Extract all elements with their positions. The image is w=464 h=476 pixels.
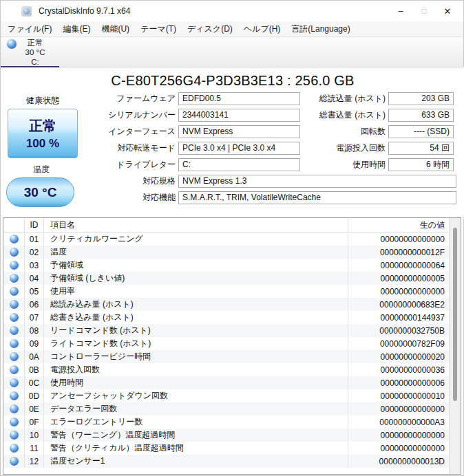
menu-item[interactable]: 編集(E) [57, 23, 96, 35]
maximize-icon[interactable]: □ [412, 1, 436, 21]
attribute-id: 0E [25, 402, 44, 415]
smart-table-row[interactable]: 0B 電源投入回数 00000000000036 [3, 363, 449, 376]
field-value: NVM Express [178, 125, 300, 138]
attribute-raw-value: 0000000000012F [348, 246, 449, 259]
menu-item[interactable]: 機能(U) [96, 23, 135, 35]
smart-table-row[interactable]: 04 予備領域 (しきい値) 00000000000005 [3, 272, 449, 285]
header-name: 項目名 [44, 218, 348, 232]
status-orb-icon [10, 418, 19, 426]
status-orb-icon [10, 326, 19, 335]
health-percent-value: 100 % [26, 137, 59, 151]
attribute-raw-value: 0000000032750B [348, 324, 449, 337]
attribute-id: 09 [25, 337, 44, 350]
temperature-value: 30 °C [24, 185, 57, 200]
menu-item[interactable]: ディスク(D) [182, 23, 238, 35]
attribute-name: エラーログエントリー数 [44, 415, 348, 429]
attribute-name: アンセーフシャットダウン回数 [44, 389, 348, 402]
field-value: 633 GB [388, 109, 454, 122]
status-orb-icon [10, 365, 19, 374]
smart-table-row[interactable]: 06 総読み込み量 (ホスト) 000000000683E2 [3, 298, 449, 311]
field-value: NVM Express 1.3 [178, 175, 456, 188]
field-label: 対応機能 [83, 192, 176, 204]
health-status-button[interactable]: 正常 100 % [8, 109, 78, 158]
attribute-name: コントローラービジー時間 [44, 350, 348, 363]
smart-table-row[interactable]: 05 使用率 00000000000000 [3, 285, 449, 298]
table-scrollbar[interactable] [449, 218, 461, 474]
header-id: ID [25, 218, 44, 232]
field-label: 使用時間 [304, 159, 386, 171]
smart-table-row[interactable]: 11 警告（クリティカル）温度超過時間 00000000000000 [3, 442, 449, 455]
smart-table-row[interactable]: 10 警告（ワーニング）温度超過時間 00000000000000 [3, 429, 449, 442]
field-value: C: [178, 158, 300, 171]
temperature-label: 温度 [8, 164, 75, 175]
temperature-button[interactable]: 30 °C [6, 177, 74, 207]
smart-table-row[interactable]: 08 リードコマンド数 (ホスト) 0000000032750B [3, 324, 449, 337]
info-field-row: 回転数 ---- (SSD) [304, 123, 454, 140]
smart-table-row[interactable]: 09 ライトコマンド数 (ホスト) 00000000782F09 [3, 337, 449, 350]
status-orb-icon [10, 444, 19, 453]
health-status-label: 健康状態 [8, 95, 78, 107]
field-value: 6 時間 [388, 158, 454, 171]
field-value: EDFD00.5 [178, 92, 300, 105]
attribute-raw-value: 0000000000013D [348, 455, 449, 468]
attribute-name: 予備領域 (しきい値) [44, 272, 348, 285]
attribute-id: 07 [25, 311, 44, 324]
info-field-row: 対応転送モード PCIe 3.0 x4 | PCIe 3.0 x4 [83, 140, 300, 156]
close-icon[interactable]: ✕ [436, 1, 459, 21]
info-field-row: 総読込量 (ホスト) 203 GB [304, 90, 454, 107]
menu-bar: ファイル(F) 編集(E) 機能(U) テーマ(T) ディスク(D) ヘルプ(H… [1, 21, 463, 37]
info-field-row: 対応機能 S.M.A.R.T., TRIM, VolatileWriteCach… [83, 189, 456, 206]
attribute-raw-value: 00000000000005 [348, 272, 449, 285]
field-label: 総書込量 (ホスト) [304, 109, 386, 121]
smart-table-row[interactable]: 0C 使用時間 00000000000006 [3, 376, 449, 389]
status-orb-icon [10, 287, 19, 296]
attribute-name: 警告（ワーニング）温度超過時間 [44, 429, 348, 442]
smart-table-row[interactable]: 02 温度 0000000000012F [3, 246, 449, 259]
attribute-raw-value: 00000000000036 [348, 363, 449, 376]
smart-table-row[interactable]: 07 総書き込み量 (ホスト) 00000000144937 [3, 311, 449, 324]
scrollbar-thumb[interactable] [453, 228, 457, 401]
info-field-row: 使用時間 6 時間 [304, 156, 454, 173]
disk-status-orb-icon [7, 39, 17, 49]
attribute-id: 05 [25, 285, 44, 298]
smart-table-row[interactable]: 0A コントローラービジー時間 00000000000020 [3, 350, 449, 363]
smart-table-row[interactable]: 0E データエラー回数 00000000000000 [3, 402, 449, 415]
minimize-icon[interactable]: – [389, 1, 412, 21]
menu-item[interactable]: ファイル(F) [1, 23, 57, 35]
attribute-name: 総読み込み量 (ホスト) [44, 298, 348, 311]
smart-table: ID 項目名 生の値 01 クリティカルワーニング 00000000000000… [3, 217, 461, 475]
attribute-raw-value: 00000000782F09 [348, 337, 449, 350]
attribute-id: 06 [25, 298, 44, 311]
field-value: 54 回 [388, 142, 454, 155]
field-label: 回転数 [304, 126, 386, 138]
attribute-id: 0A [25, 350, 44, 363]
menu-item[interactable]: ヘルプ(H) [238, 23, 286, 35]
menu-item[interactable]: テーマ(T) [135, 23, 182, 35]
menu-item[interactable]: 言語(Language) [286, 23, 355, 35]
smart-table-row[interactable]: 12 温度センサー1 0000000000013D [3, 455, 449, 468]
app-icon [21, 6, 32, 17]
attribute-id: 0D [25, 389, 44, 402]
field-label: ドライブレター [83, 159, 176, 171]
attribute-id: 0C [25, 376, 44, 389]
field-value: ---- (SSD) [388, 125, 454, 138]
attribute-raw-value: 00000000000000 [348, 442, 449, 455]
attribute-name: リードコマンド数 (ホスト) [44, 324, 348, 337]
attribute-raw-value: 00000000000006 [348, 376, 449, 389]
field-value: 2344003141 [178, 109, 300, 122]
attribute-raw-value: 000000000000A3 [348, 415, 449, 429]
smart-table-row[interactable]: 0F エラーログエントリー数 000000000000A3 [3, 415, 449, 429]
attribute-id: 0B [25, 363, 44, 376]
smart-table-row[interactable]: 01 クリティカルワーニング 00000000000000 [3, 232, 449, 246]
info-field-row: 総書込量 (ホスト) 633 GB [304, 107, 454, 123]
info-field-row: 電源投入回数 54 回 [304, 140, 454, 156]
disk-tab-c[interactable]: 正常 30 °C C: [1, 37, 59, 67]
smart-table-row[interactable]: 03 予備領域 00000000000064 [3, 259, 449, 272]
field-label: 総読込量 (ホスト) [304, 93, 386, 105]
status-orb-icon [10, 313, 19, 322]
attribute-name: データエラー回数 [44, 402, 348, 415]
smart-table-row[interactable]: 0D アンセーフシャットダウン回数 00000000000010 [3, 389, 449, 402]
status-orb-icon [10, 431, 19, 440]
disk-info-panel: C-E80T256G4-P3D3B3E13 : 256.0 GB 健康状態 正常… [1, 67, 464, 217]
attribute-raw-value: 00000000000000 [348, 232, 449, 246]
